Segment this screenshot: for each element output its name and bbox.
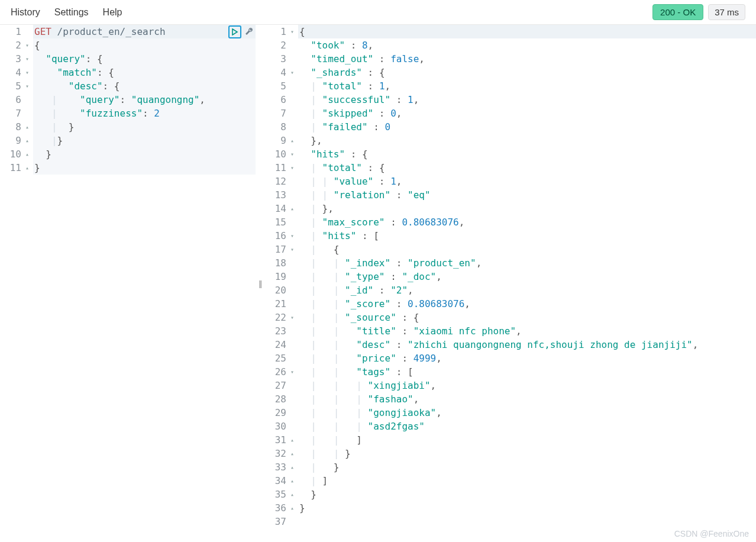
code-line[interactable]: GET /product_en/_search — [33, 25, 256, 38]
fold-toggle[interactable]: ▴ — [288, 501, 294, 515]
fold-toggle[interactable]: ▾ — [288, 243, 294, 256]
fold-toggle[interactable]: ▴ — [288, 433, 294, 447]
code-line[interactable]: | | ] — [298, 433, 756, 447]
fold-toggle[interactable]: ▾ — [288, 147, 294, 161]
fold-toggle[interactable]: ▴ — [23, 161, 29, 175]
code-line[interactable]: | | "desc" : "zhichi quangongneng nfc,sh… — [298, 338, 756, 351]
watermark: CSDN @FeenixOne — [674, 529, 749, 538]
code-line[interactable]: { — [298, 25, 756, 38]
response-editor[interactable]: { "took" : 8, "timed_out" : false, "_sha… — [298, 25, 756, 542]
line-number: 7 — [265, 107, 294, 120]
fold-toggle[interactable]: ▾ — [23, 38, 29, 52]
play-icon — [231, 28, 238, 36]
line-number: 17▾ — [265, 243, 294, 256]
code-line[interactable]: | | } — [298, 447, 756, 460]
fold-toggle[interactable]: ▾ — [23, 66, 29, 79]
code-line[interactable]: } — [298, 488, 756, 501]
code-line[interactable]: "took" : 8, — [298, 38, 756, 52]
code-line[interactable]: | { — [298, 243, 756, 256]
code-line[interactable]: |} — [33, 134, 256, 147]
line-number: 11▴ — [0, 161, 29, 175]
fold-toggle[interactable]: ▾ — [288, 66, 294, 79]
code-line[interactable]: | | "title" : "xiaomi nfc phone", — [298, 324, 756, 338]
line-number: 6 — [0, 93, 29, 107]
fold-toggle[interactable]: ▴ — [23, 120, 29, 134]
code-line[interactable]: } — [33, 147, 256, 161]
response-pane[interactable]: 1▾234▾56789▴10▾11▾121314▴1516▾17▾1819202… — [265, 25, 756, 542]
line-number: 9▴ — [265, 134, 294, 147]
line-number: 32▴ — [265, 447, 294, 460]
code-line[interactable]: | "max_score" : 0.80683076, — [298, 215, 756, 229]
code-line[interactable]: { — [33, 38, 256, 52]
code-line[interactable]: "hits" : { — [298, 147, 756, 161]
code-line[interactable]: | "failed" : 0 — [298, 120, 756, 134]
code-line[interactable]: | | | "xingjiabi", — [298, 379, 756, 392]
code-line[interactable]: | | | "asd2fgas" — [298, 420, 756, 433]
code-line[interactable]: | "hits" : [ — [298, 229, 756, 243]
code-line[interactable]: | | "_score" : 0.80683076, — [298, 297, 756, 311]
code-line[interactable]: | | "tags" : [ — [298, 365, 756, 379]
line-number: 35▴ — [265, 488, 294, 501]
line-number: 6 — [265, 93, 294, 107]
line-number: 19 — [265, 270, 294, 283]
code-line[interactable]: }, — [298, 134, 756, 147]
line-number: 15 — [265, 215, 294, 229]
line-number: 10▴ — [0, 147, 29, 161]
code-line[interactable]: | } — [33, 120, 256, 134]
code-line[interactable]: | "total" : { — [298, 161, 756, 175]
code-line[interactable]: | | "_type" : "_doc", — [298, 270, 756, 283]
request-pane[interactable]: 12▾3▾4▾5▾678▴9▴10▴11▴ GET /product_en/_s… — [0, 25, 256, 542]
fold-toggle[interactable]: ▴ — [23, 134, 29, 147]
code-line[interactable]: "match": { — [33, 66, 256, 79]
code-line[interactable]: | ] — [298, 474, 756, 488]
fold-toggle[interactable]: ▾ — [23, 79, 29, 93]
menu-settings[interactable]: Settings — [54, 7, 89, 18]
code-line[interactable]: | } — [298, 460, 756, 474]
fold-toggle[interactable]: ▾ — [288, 161, 294, 175]
fold-toggle[interactable]: ▾ — [288, 25, 294, 38]
code-line[interactable]: "_shards" : { — [298, 66, 756, 79]
run-button[interactable] — [228, 25, 241, 38]
code-line[interactable]: | "total" : 1, — [298, 79, 756, 93]
code-line[interactable]: | | | "gongjiaoka", — [298, 406, 756, 420]
fold-toggle[interactable]: ▴ — [23, 147, 29, 161]
code-line[interactable]: | | "value" : 1, — [298, 175, 756, 188]
code-line[interactable]: | "skipped" : 0, — [298, 107, 756, 120]
code-line[interactable]: | | "_source" : { — [298, 311, 756, 324]
request-editor[interactable]: GET /product_en/_search{ "query": { "mat… — [33, 25, 256, 542]
fold-toggle[interactable]: ▴ — [288, 474, 294, 488]
wrench-button[interactable] — [243, 25, 256, 38]
fold-toggle[interactable]: ▾ — [288, 311, 294, 324]
code-line[interactable]: "query": { — [33, 52, 256, 66]
code-line[interactable] — [298, 515, 756, 528]
code-line[interactable]: | "query": "quangongng", — [33, 93, 256, 107]
code-line[interactable]: | | "price" : 4999, — [298, 351, 756, 365]
fold-toggle[interactable]: ▴ — [288, 134, 294, 147]
code-line[interactable]: | }, — [298, 202, 756, 215]
code-line[interactable]: | | | "fashao", — [298, 392, 756, 406]
code-line[interactable]: "desc": { — [33, 79, 256, 93]
code-line[interactable]: "timed_out" : false, — [298, 52, 756, 66]
fold-toggle[interactable]: ▾ — [288, 365, 294, 379]
menu-history[interactable]: History — [11, 7, 40, 18]
fold-toggle[interactable]: ▴ — [288, 460, 294, 474]
fold-toggle[interactable]: ▾ — [23, 52, 29, 66]
code-line[interactable]: | | "_index" : "product_en", — [298, 256, 756, 270]
code-line[interactable]: } — [298, 501, 756, 515]
pane-splitter[interactable]: ‖ — [256, 25, 265, 542]
line-number: 11▾ — [265, 161, 294, 175]
code-line[interactable]: | | "relation" : "eq" — [298, 188, 756, 202]
line-number: 13 — [265, 188, 294, 202]
fold-toggle[interactable]: ▾ — [288, 229, 294, 243]
menu-help[interactable]: Help — [103, 7, 122, 18]
response-gutter: 1▾234▾56789▴10▾11▾121314▴1516▾17▾1819202… — [265, 25, 298, 542]
line-number: 1▾ — [265, 25, 294, 38]
code-line[interactable]: | "fuzziness": 2 — [33, 107, 256, 120]
fold-toggle[interactable]: ▴ — [288, 488, 294, 501]
code-line[interactable]: } — [33, 161, 256, 175]
fold-toggle[interactable]: ▴ — [288, 202, 294, 215]
line-number: 25 — [265, 351, 294, 365]
fold-toggle[interactable]: ▴ — [288, 447, 294, 460]
code-line[interactable]: | | "_id" : "2", — [298, 283, 756, 297]
code-line[interactable]: | "successful" : 1, — [298, 93, 756, 107]
